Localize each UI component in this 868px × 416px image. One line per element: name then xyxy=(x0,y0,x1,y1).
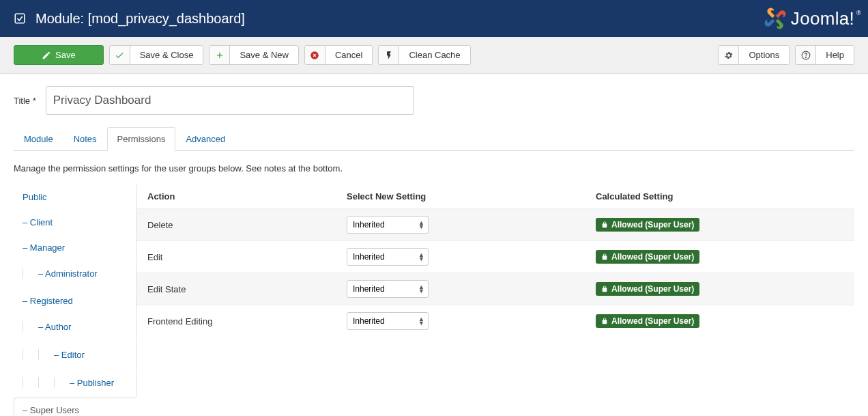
user-groups-list: Public– Client– Manager– Administrator– … xyxy=(14,184,136,416)
group-item[interactable]: Public xyxy=(14,184,136,210)
group-label: Public xyxy=(23,192,46,202)
page-title: Module: [mod_privacy_dashboard] xyxy=(35,11,245,27)
calculated-badge: Allowed (Super User) xyxy=(596,218,699,232)
save-close-label: Save & Close xyxy=(130,46,203,64)
toolbar: Save Save & Close Save & New Cancel Clea… xyxy=(0,37,868,74)
group-item[interactable]: – Registered xyxy=(14,288,136,314)
action-label: Edit State xyxy=(142,284,347,294)
group-label: – Editor xyxy=(54,350,85,360)
group-label: – Administrator xyxy=(38,268,98,279)
title-input[interactable] xyxy=(46,86,414,115)
group-item[interactable]: – Super Users xyxy=(14,398,136,416)
setting-select[interactable]: InheritedAllowedDenied xyxy=(347,280,429,298)
clean-cache-label: Clean Cache xyxy=(399,46,469,64)
col-setting-header: Select New Setting xyxy=(347,191,596,202)
col-action-header: Action xyxy=(142,191,347,202)
action-label: Delete xyxy=(142,220,347,230)
calculated-badge: Allowed (Super User) xyxy=(596,250,699,264)
check-icon xyxy=(115,51,124,60)
permissions-table: Action Select New Setting Calculated Set… xyxy=(136,184,854,416)
setting-select[interactable]: InheritedAllowedDenied xyxy=(347,312,429,330)
save-new-button[interactable]: Save & New xyxy=(209,45,299,65)
action-label: Edit xyxy=(142,252,347,262)
permission-row: Edit StateInheritedAllowedDenied▲▼Allowe… xyxy=(136,273,854,305)
lock-icon xyxy=(601,286,608,292)
permissions-description: Manage the permission settings for the u… xyxy=(14,163,854,174)
group-label: – Client xyxy=(23,217,53,227)
title-label: Title * xyxy=(14,96,36,106)
permission-row: Frontend EditingInheritedAllowedDenied▲▼… xyxy=(136,305,854,337)
save-label: Save xyxy=(55,50,76,60)
lock-icon xyxy=(601,318,608,324)
calculated-badge: Allowed (Super User) xyxy=(596,314,699,328)
plus-icon xyxy=(215,51,225,60)
permission-row: DeleteInheritedAllowedDenied▲▼Allowed (S… xyxy=(136,208,854,240)
brand-logo: Joomla! xyxy=(764,7,854,30)
tab-advanced[interactable]: Advanced xyxy=(175,127,235,151)
group-label: – Registered xyxy=(23,296,73,306)
tab-notes[interactable]: Notes xyxy=(63,127,107,151)
setting-select[interactable]: InheritedAllowedDenied xyxy=(347,216,429,234)
permission-row: EditInheritedAllowedDenied▲▼Allowed (Sup… xyxy=(136,240,854,273)
svg-point-3 xyxy=(805,57,806,57)
joomla-icon xyxy=(764,7,787,30)
action-label: Frontend Editing xyxy=(142,316,347,327)
app-header: Module: [mod_privacy_dashboard] Joomla! xyxy=(0,0,868,37)
badge-text: Allowed (Super User) xyxy=(611,284,694,294)
brand-text: Joomla! xyxy=(791,8,854,29)
cancel-button[interactable]: Cancel xyxy=(304,45,373,65)
group-item[interactable]: – Client xyxy=(14,210,136,235)
group-item[interactable]: – Administrator xyxy=(14,260,136,288)
help-label: Help xyxy=(816,46,854,64)
save-close-button[interactable]: Save & Close xyxy=(109,45,204,65)
badge-text: Allowed (Super User) xyxy=(611,316,694,326)
help-icon xyxy=(801,51,811,60)
tab-permissions[interactable]: Permissions xyxy=(107,127,176,151)
gear-icon xyxy=(724,51,734,60)
group-label: – Super Users xyxy=(23,405,79,415)
svg-rect-0 xyxy=(15,14,25,23)
save-button[interactable]: Save xyxy=(14,45,104,65)
calculated-badge: Allowed (Super User) xyxy=(596,282,699,296)
group-item[interactable]: – Manager xyxy=(14,235,136,260)
cancel-label: Cancel xyxy=(326,46,372,64)
badge-text: Allowed (Super User) xyxy=(611,252,694,262)
module-icon xyxy=(14,12,26,25)
cancel-icon xyxy=(310,51,319,60)
group-item[interactable]: – Editor xyxy=(14,342,136,370)
tabs: ModuleNotesPermissionsAdvanced xyxy=(14,127,854,151)
col-calc-header: Calculated Setting xyxy=(596,191,849,202)
group-item[interactable]: – Publisher xyxy=(14,370,136,398)
apply-icon xyxy=(42,51,51,60)
group-item[interactable]: – Author xyxy=(14,314,136,342)
options-button[interactable]: Options xyxy=(718,45,790,65)
save-new-label: Save & New xyxy=(230,46,298,64)
lock-icon xyxy=(601,221,608,228)
clean-cache-button[interactable]: Clean Cache xyxy=(378,45,470,65)
options-label: Options xyxy=(739,46,789,64)
badge-text: Allowed (Super User) xyxy=(611,220,694,230)
tab-module[interactable]: Module xyxy=(14,127,63,151)
lock-icon xyxy=(601,253,608,260)
setting-select[interactable]: InheritedAllowedDenied xyxy=(347,248,429,266)
help-button[interactable]: Help xyxy=(795,45,854,65)
group-label: – Author xyxy=(38,322,71,332)
group-label: – Manager xyxy=(23,242,65,253)
lightning-icon xyxy=(384,51,394,60)
group-label: – Publisher xyxy=(70,378,114,388)
